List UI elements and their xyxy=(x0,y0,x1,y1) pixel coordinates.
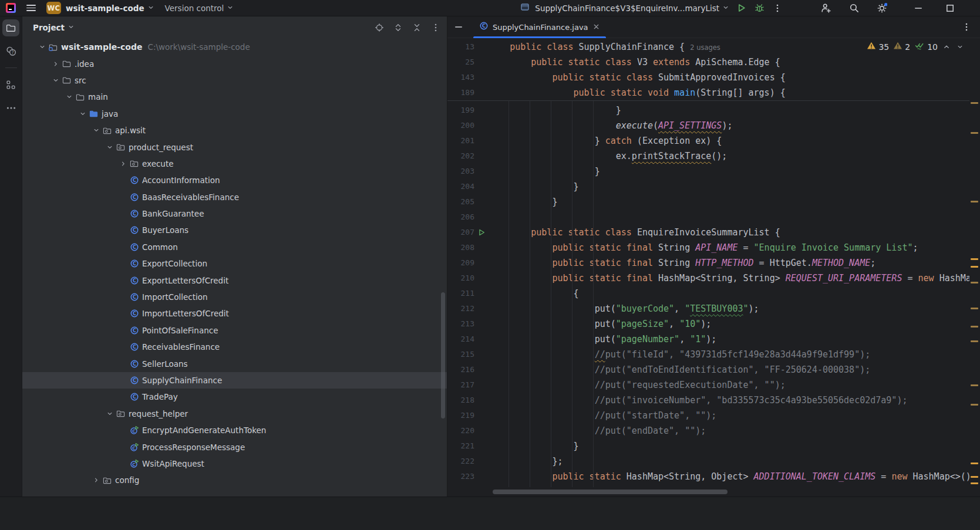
tree-item-wsitapirequest[interactable]: CWsitApiRequest xyxy=(22,455,447,472)
chevron-right-icon[interactable] xyxy=(91,477,101,484)
chevron-down-icon[interactable] xyxy=(91,127,101,134)
previous-problem-icon[interactable] xyxy=(942,42,951,52)
line-number: 216 xyxy=(447,362,474,377)
code-text: public static void main(String[] args) { xyxy=(489,85,786,100)
search-everywhere-icon[interactable] xyxy=(847,2,860,15)
tree-item-processresponsemessage[interactable]: CProcessResponseMessage xyxy=(22,438,447,455)
chevron-down-icon[interactable] xyxy=(105,144,114,151)
more-vertical-icon[interactable] xyxy=(430,22,441,33)
collapse-all-icon[interactable] xyxy=(412,22,422,33)
gutter-spacer xyxy=(474,362,489,377)
expand-all-icon[interactable] xyxy=(393,22,403,33)
code-text: public class SupplyChainFinance { 2 usag… xyxy=(489,39,720,55)
code-text: }; xyxy=(489,454,563,469)
debug-button[interactable] xyxy=(753,2,766,15)
tree-item-exportlettersofcredit[interactable]: CExportLettersOfCredit xyxy=(22,272,447,288)
project-folder-icon[interactable] xyxy=(2,19,19,36)
chevron-down-icon[interactable] xyxy=(105,410,114,417)
run-button[interactable] xyxy=(735,2,747,15)
editor-horizontal-scrollbar[interactable] xyxy=(493,490,728,494)
next-problem-icon[interactable] xyxy=(955,42,965,52)
project-name-menu[interactable]: wsit-sample-code xyxy=(66,4,154,13)
class-icon: C xyxy=(129,342,139,352)
close-tab-icon[interactable] xyxy=(592,22,600,33)
tree-item-main[interactable]: main xyxy=(22,89,447,105)
warnings-indicator[interactable]: 35 xyxy=(867,41,889,52)
tree-item-sellerloans[interactable]: CSellerLoans xyxy=(22,355,447,372)
tree-item-bankguarantee[interactable]: CBankGuarantee xyxy=(22,205,447,222)
line-number: 212 xyxy=(447,301,474,316)
project-tree-scrollbar[interactable] xyxy=(441,292,445,418)
more-horizontal-icon[interactable] xyxy=(2,99,19,116)
tree-item-product_request[interactable]: product_request xyxy=(22,139,447,155)
tree-item-buyerloans[interactable]: CBuyerLoans xyxy=(22,222,447,238)
tree-item-execute[interactable]: execute xyxy=(22,156,447,172)
version-control-menu[interactable]: Version control xyxy=(165,4,234,13)
code-text: put("pageSize", "10"); xyxy=(489,316,711,332)
tree-item-java[interactable]: java xyxy=(22,106,447,122)
gutter-spacer xyxy=(474,286,489,301)
tree-item-wsit-sample-code[interactable]: wsit-sample-codeC:\work\wsit-sample-code xyxy=(22,39,447,55)
run-line-icon[interactable] xyxy=(474,225,489,240)
locate-icon[interactable] xyxy=(374,22,385,33)
minimize-button[interactable] xyxy=(912,2,925,15)
intellij-logo xyxy=(6,3,16,13)
tree-item-accountinformation[interactable]: CAccountInformation xyxy=(22,172,447,188)
passed-checks-indicator[interactable]: 10 xyxy=(914,41,938,52)
tree-item-config[interactable]: config xyxy=(22,472,447,488)
tree-item-importlettersofcredit[interactable]: CImportLettersOfCredit xyxy=(22,305,447,322)
editor-tabs-menu-icon[interactable] xyxy=(960,21,973,33)
class-icon: C xyxy=(129,259,139,268)
chevron-right-icon[interactable] xyxy=(50,60,60,67)
settings-gear-icon[interactable] xyxy=(875,2,888,15)
gutter-spacer xyxy=(474,316,489,332)
tree-item-exportcollection[interactable]: CExportCollection xyxy=(22,255,447,272)
gutter-spacer xyxy=(474,438,489,454)
class-icon: C xyxy=(129,209,139,218)
svg-text:C: C xyxy=(133,211,136,217)
tool-window-stripe: ? xyxy=(0,16,22,497)
tree-item-.idea[interactable]: .idea xyxy=(22,55,447,72)
line-number: 214 xyxy=(447,332,474,347)
tree-item-label: BaasReceivablesFinance xyxy=(142,193,239,202)
tree-item-api.wsit[interactable]: api.wsit xyxy=(22,122,447,139)
hamburger-menu-icon[interactable] xyxy=(26,5,36,11)
tree-item-importcollection[interactable]: CImportCollection xyxy=(22,289,447,305)
hide-panel-icon[interactable] xyxy=(452,21,465,33)
gutter-spacer xyxy=(474,194,489,210)
tree-item-tradepay[interactable]: CTradePay xyxy=(22,389,447,405)
tree-item-src[interactable]: src xyxy=(22,72,447,89)
tab-supplychainfinance-java[interactable]: C SupplyChainFinance.java xyxy=(473,16,606,38)
title-bar: WC wsit-sample-code Version control Supp… xyxy=(0,0,980,16)
maximize-button[interactable] xyxy=(944,2,957,15)
tree-item-common[interactable]: CCommon xyxy=(22,239,447,255)
tree-item-pointofsalefinance[interactable]: CPointOfSaleFinance xyxy=(22,322,447,339)
code-with-me-icon[interactable] xyxy=(819,2,832,15)
chevron-down-icon[interactable] xyxy=(64,93,74,100)
weak-warnings-indicator[interactable]: 2 xyxy=(893,41,910,52)
tree-item-baasreceivablesfinance[interactable]: CBaasReceivablesFinance xyxy=(22,189,447,205)
code-line-215: 215 //put("fileId", "439731d5fcf149e28a3… xyxy=(447,347,980,362)
more-actions-icon[interactable] xyxy=(771,2,784,15)
run-configuration-selector[interactable]: SupplyChainFinance$V3$EnquireInv...maryL… xyxy=(535,4,729,13)
tree-item-supplychainfinance[interactable]: CSupplyChainFinance xyxy=(22,372,447,389)
chevron-down-icon[interactable] xyxy=(50,77,60,84)
chevron-down-icon[interactable] xyxy=(78,110,87,117)
code-line-210: 210 public static final HashMap<String, … xyxy=(447,271,980,286)
tree-item-request_helper[interactable]: request_helper xyxy=(22,406,447,422)
chevron-down-icon[interactable] xyxy=(37,43,47,50)
code-line-207: 207 public static class EnquireInvoiceSu… xyxy=(447,225,980,240)
class-icon: C xyxy=(129,326,139,335)
line-number: 220 xyxy=(447,423,474,438)
runnable-class-icon: C xyxy=(129,426,139,435)
tree-item-receivablesfinance[interactable]: CReceivablesFinance xyxy=(22,339,447,355)
code-line-202: 202 ex.printStackTrace(); xyxy=(447,148,980,164)
code-text: } xyxy=(489,164,600,179)
chevron-right-icon[interactable] xyxy=(118,160,128,167)
structure-icon[interactable] xyxy=(2,76,19,93)
tree-item-encryptandgenerateauthtoken[interactable]: CEncryptAndGenerateAuthToken xyxy=(22,422,447,438)
vcs-question-icon[interactable]: ? xyxy=(2,42,19,59)
tree-item-label: ProcessResponseMessage xyxy=(142,443,245,452)
project-view-selector[interactable]: Project xyxy=(33,23,75,32)
gutter-spacer xyxy=(474,179,489,194)
